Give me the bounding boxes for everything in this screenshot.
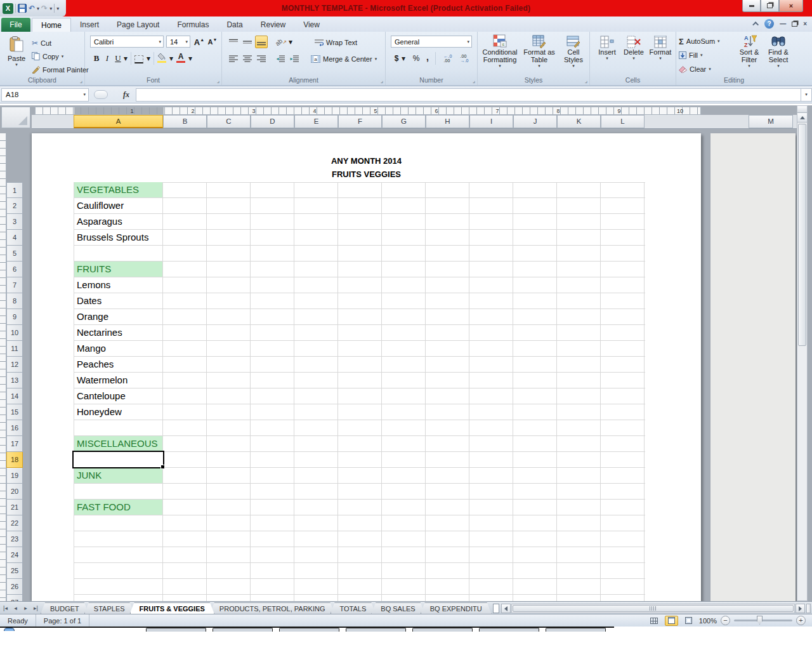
decrease-indent-button[interactable]: ◂ (274, 52, 287, 65)
row-header-18[interactable]: 18 (6, 452, 23, 468)
cell-B10[interactable] (163, 325, 207, 340)
cell-H2[interactable] (426, 198, 469, 213)
cell-J8[interactable] (513, 293, 557, 308)
cell-D5[interactable] (251, 246, 294, 261)
cell-F23[interactable] (338, 531, 382, 547)
format-cells-button[interactable]: Format ▾ (647, 36, 674, 75)
cell-B23[interactable] (163, 531, 207, 547)
cell-E16[interactable] (294, 420, 338, 435)
fill-color-dropdown[interactable]: ▾ (169, 52, 174, 65)
page-break-view-button[interactable] (682, 616, 695, 626)
cell-I16[interactable] (469, 420, 513, 435)
cell-K2[interactable] (557, 198, 601, 213)
zoom-in-button[interactable]: + (796, 616, 806, 625)
zoom-slider[interactable] (734, 620, 792, 621)
row-header-12[interactable]: 12 (6, 357, 23, 373)
cell-H1[interactable] (426, 182, 469, 197)
cell-K13[interactable] (557, 373, 601, 388)
cell-F17[interactable] (338, 436, 382, 451)
increase-indent-button[interactable]: ▸ (288, 52, 301, 65)
cell-B11[interactable] (163, 341, 207, 356)
row-header-22[interactable]: 22 (6, 515, 23, 531)
collapse-ribbon-icon[interactable] (752, 22, 759, 28)
cell-I13[interactable] (469, 373, 513, 388)
cell-H13[interactable] (426, 373, 469, 388)
qat-customize-button[interactable]: ▾ (56, 6, 59, 11)
autosum-button[interactable]: Σ AutoSum ▾ (679, 36, 720, 47)
cell-K19[interactable] (557, 468, 601, 483)
orientation-button[interactable]: ab↗ (274, 36, 288, 48)
cell-I1[interactable] (469, 182, 513, 197)
cell-F1[interactable] (338, 182, 382, 197)
cell-B4[interactable] (163, 230, 207, 245)
cell-F20[interactable] (338, 484, 382, 499)
cell-A25[interactable] (74, 563, 163, 578)
cell-L13[interactable] (601, 373, 645, 388)
cell-A15[interactable]: Honeydew (74, 404, 163, 420)
cell-J9[interactable] (513, 309, 557, 324)
row-header-13[interactable]: 13 (6, 373, 23, 388)
cell-L23[interactable] (601, 531, 645, 547)
cell-J3[interactable] (513, 214, 557, 229)
cell-F6[interactable] (338, 262, 382, 277)
cell-A9[interactable]: Orange (74, 309, 163, 324)
cell-G2[interactable] (382, 198, 426, 213)
align-left-button[interactable] (227, 52, 240, 65)
cell-H9[interactable] (426, 309, 469, 324)
cell-I12[interactable] (469, 357, 513, 372)
file-tab[interactable]: File (1, 18, 30, 32)
styles-dialog-launcher[interactable]: ⌟ (585, 77, 587, 84)
cell-I6[interactable] (469, 262, 513, 277)
ribbon-tab-insert[interactable]: Insert (71, 18, 108, 32)
column-header-B[interactable]: B (163, 115, 207, 128)
cell-A24[interactable] (74, 547, 163, 562)
cell-K20[interactable] (557, 484, 601, 499)
cell-L3[interactable] (601, 214, 645, 229)
cell-D15[interactable] (251, 404, 294, 420)
cell-B19[interactable] (163, 468, 207, 483)
cell-E20[interactable] (294, 484, 338, 499)
cell-H24[interactable] (426, 547, 469, 562)
cell-D22[interactable] (251, 515, 294, 531)
fill-button[interactable]: Fill ▾ (679, 50, 703, 61)
cell-A21[interactable]: FAST FOOD (74, 500, 163, 515)
cell-C27[interactable] (207, 595, 251, 601)
ribbon-tab-formulas[interactable]: Formulas (168, 18, 218, 32)
cell-B8[interactable] (163, 293, 207, 308)
cell-K24[interactable] (557, 547, 601, 562)
cell-K5[interactable] (557, 246, 601, 261)
cell-D8[interactable] (251, 293, 294, 308)
cell-H27[interactable] (426, 595, 469, 601)
last-sheet-button[interactable]: ▸| (31, 603, 41, 613)
hscroll-left-arrow[interactable] (501, 604, 511, 613)
cell-F15[interactable] (338, 404, 382, 420)
row-header-27[interactable]: 27 (6, 595, 23, 601)
cell-F14[interactable] (338, 388, 382, 404)
cell-G8[interactable] (382, 293, 426, 308)
cell-L2[interactable] (601, 198, 645, 213)
cell-D19[interactable] (251, 468, 294, 483)
cell-E19[interactable] (294, 468, 338, 483)
column-header-I[interactable]: I (469, 115, 513, 128)
cell-C17[interactable] (207, 436, 251, 451)
cell-K6[interactable] (557, 262, 601, 277)
cell-H3[interactable] (426, 214, 469, 229)
ribbon-tab-view[interactable]: View (294, 18, 329, 32)
cell-K3[interactable] (557, 214, 601, 229)
row-header-5[interactable]: 5 (6, 246, 23, 262)
scroll-up-arrow[interactable] (797, 113, 807, 123)
cell-C25[interactable] (207, 563, 251, 578)
cell-D20[interactable] (251, 484, 294, 499)
cell-F7[interactable] (338, 277, 382, 293)
cell-I3[interactable] (469, 214, 513, 229)
next-sheet-button[interactable]: ▸ (21, 603, 30, 613)
cell-G10[interactable] (382, 325, 426, 340)
cell-D26[interactable] (251, 579, 294, 594)
row-header-15[interactable]: 15 (6, 404, 23, 420)
cell-F2[interactable] (338, 198, 382, 213)
expand-formula-bar-button[interactable]: ▾ (801, 88, 812, 102)
cell-K25[interactable] (557, 563, 601, 578)
cell-E25[interactable] (294, 563, 338, 578)
cell-H26[interactable] (426, 579, 469, 594)
cell-H15[interactable] (426, 404, 469, 420)
